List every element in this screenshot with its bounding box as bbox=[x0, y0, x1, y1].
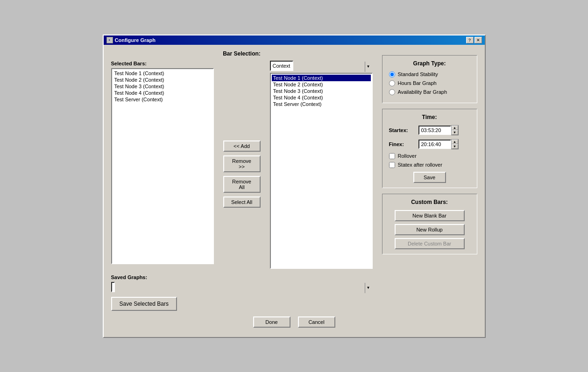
bar-selection-content: Selected Bars: Test Node 1 (Context)Test… bbox=[111, 61, 373, 269]
radio-hours-bar-graph-label: Hours Bar Graph bbox=[398, 80, 437, 86]
context-select-wrapper: Context bbox=[270, 61, 373, 71]
list-item[interactable]: Test Node 3 (Context) bbox=[113, 83, 212, 90]
list-item[interactable]: Test Node 4 (Context) bbox=[113, 90, 212, 96]
rollover-checkbox[interactable] bbox=[389, 153, 395, 159]
radio-availability-bar-graph-label: Availability Bar Graph bbox=[398, 89, 447, 95]
add-button[interactable]: << Add bbox=[223, 140, 261, 152]
custom-bars-box: Custom Bars: New Blank Bar New Rollup De… bbox=[382, 194, 477, 254]
finex-spinner: ▲ ▼ bbox=[451, 139, 459, 149]
radio-hours-bar-graph: Hours Bar Graph bbox=[389, 80, 470, 86]
list-item[interactable]: Test Node 2 (Context) bbox=[272, 81, 371, 88]
title-bar-left: ▪ Configure Graph bbox=[106, 37, 156, 43]
saved-graphs-section: Saved Graphs: Save Selected Bars bbox=[111, 274, 373, 311]
select-all-button[interactable]: Select All bbox=[223, 197, 261, 208]
dialog-footer: Done Cancel bbox=[111, 311, 477, 330]
radio-standard-stability-input[interactable] bbox=[389, 71, 395, 77]
configure-graph-window: ▪ Configure Graph ? ✕ Bar Selection: Sel… bbox=[103, 35, 486, 338]
radio-standard-stability-label: Standard Stability bbox=[398, 71, 438, 77]
list-item[interactable]: Test Node 2 (Context) bbox=[113, 77, 212, 83]
finex-input-wrapper: ▲ ▼ bbox=[418, 139, 459, 149]
rollover-label: Rollover bbox=[398, 153, 417, 159]
save-button[interactable]: Save bbox=[413, 172, 446, 183]
startex-input-wrapper: ▲ ▼ bbox=[418, 125, 459, 135]
graph-type-box: Graph Type: Standard Stability Hours Bar… bbox=[382, 55, 477, 103]
window-icon: ▪ bbox=[106, 37, 113, 43]
title-bar: ▪ Configure Graph ? ✕ bbox=[104, 35, 485, 45]
finex-input[interactable] bbox=[418, 140, 451, 149]
available-listbox[interactable]: Test Node 1 (Context)Test Node 2 (Contex… bbox=[270, 73, 373, 269]
radio-availability-bar-graph-input[interactable] bbox=[389, 89, 395, 95]
save-btn-container: Save bbox=[389, 172, 470, 183]
done-button[interactable]: Done bbox=[253, 316, 290, 328]
startex-label: Startex: bbox=[389, 127, 415, 133]
statex-label: Statex after rollover bbox=[398, 162, 442, 168]
saved-graphs-row bbox=[111, 282, 373, 292]
radio-availability-bar-graph: Availability Bar Graph bbox=[389, 89, 470, 95]
finex-row: Finex: ▲ ▼ bbox=[389, 139, 470, 149]
delete-custom-bar-button[interactable]: Delete Custom Bar bbox=[395, 238, 465, 249]
custom-bars-title: Custom Bars: bbox=[389, 199, 470, 205]
selected-bars-label: Selected Bars: bbox=[111, 61, 214, 66]
window-title: Configure Graph bbox=[115, 37, 156, 43]
close-button[interactable]: ✕ bbox=[475, 37, 482, 43]
list-item[interactable]: Test Node 4 (Context) bbox=[272, 94, 371, 101]
graph-type-title: Graph Type: bbox=[389, 60, 470, 67]
saved-graphs-label: Saved Graphs: bbox=[111, 274, 373, 280]
startex-spinner: ▲ ▼ bbox=[451, 125, 459, 135]
save-selected-bars-button[interactable]: Save Selected Bars bbox=[111, 297, 177, 311]
saved-graphs-dropdown[interactable] bbox=[111, 282, 115, 292]
radio-standard-stability: Standard Stability bbox=[389, 71, 470, 77]
startex-input[interactable] bbox=[418, 126, 451, 135]
radio-hours-bar-graph-input[interactable] bbox=[389, 80, 395, 86]
selected-bars-listbox[interactable]: Test Node 1 (Context)Test Node 2 (Contex… bbox=[111, 68, 214, 264]
help-button[interactable]: ? bbox=[466, 37, 474, 43]
list-item[interactable]: Test Node 3 (Context) bbox=[272, 88, 371, 94]
bar-selection-title: Bar Selection: bbox=[111, 50, 373, 57]
finex-label: Finex: bbox=[389, 141, 415, 147]
new-rollup-button[interactable]: New Rollup bbox=[395, 224, 465, 235]
middle-buttons: << Add Remove >> Remove All Select All bbox=[219, 61, 265, 269]
title-bar-buttons: ? ✕ bbox=[466, 37, 482, 43]
list-item[interactable]: Test Server (Context) bbox=[272, 101, 371, 107]
cancel-button[interactable]: Cancel bbox=[298, 316, 335, 328]
list-item[interactable]: Test Node 1 (Context) bbox=[272, 75, 371, 81]
list-item[interactable]: Test Server (Context) bbox=[113, 96, 212, 103]
finex-up-btn[interactable]: ▲ bbox=[452, 140, 458, 144]
list-item[interactable]: Test Node 1 (Context) bbox=[113, 70, 212, 77]
rollover-row: Rollover bbox=[389, 153, 470, 159]
startex-down-btn[interactable]: ▼ bbox=[452, 130, 458, 135]
new-blank-bar-button[interactable]: New Blank Bar bbox=[395, 210, 465, 221]
custom-bars-buttons: New Blank Bar New Rollup Delete Custom B… bbox=[389, 210, 470, 249]
right-panel: Graph Type: Standard Stability Hours Bar… bbox=[382, 50, 477, 311]
dropdown-row: Context bbox=[270, 61, 373, 71]
statex-checkbox[interactable] bbox=[389, 162, 395, 168]
bar-selection-panel: Bar Selection: Selected Bars: Test Node … bbox=[111, 50, 373, 311]
statex-row: Statex after rollover bbox=[389, 162, 470, 168]
context-dropdown[interactable]: Context bbox=[270, 61, 293, 71]
finex-down-btn[interactable]: ▼ bbox=[452, 144, 458, 149]
startex-up-btn[interactable]: ▲ bbox=[452, 126, 458, 130]
time-title: Time: bbox=[389, 114, 470, 120]
startex-row: Startex: ▲ ▼ bbox=[389, 125, 470, 135]
remove-all-button[interactable]: Remove All bbox=[223, 176, 261, 193]
saved-graphs-wrapper bbox=[111, 282, 373, 292]
remove-button[interactable]: Remove >> bbox=[223, 155, 261, 172]
window-content: Bar Selection: Selected Bars: Test Node … bbox=[104, 45, 485, 337]
time-box: Time: Startex: ▲ ▼ Finex: bbox=[382, 109, 477, 188]
selected-bars-col: Selected Bars: Test Node 1 (Context)Test… bbox=[111, 61, 214, 269]
available-col: Context Test Node 1 (Context)Test Node 2… bbox=[270, 61, 373, 269]
